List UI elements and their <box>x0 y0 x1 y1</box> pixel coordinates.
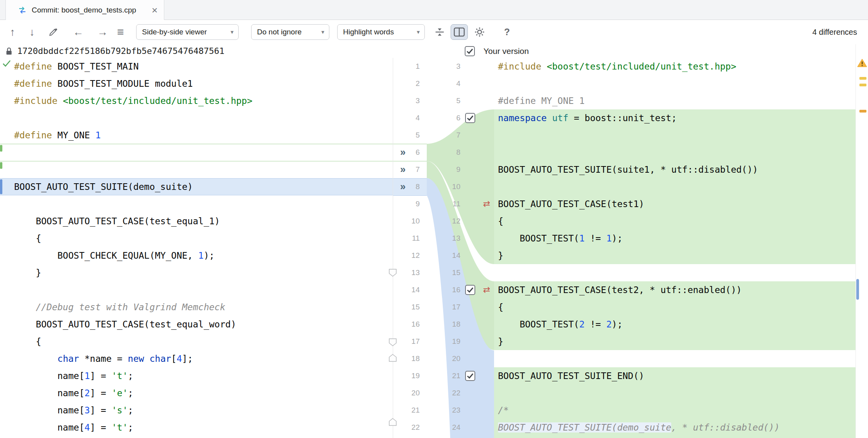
right-code-line-23[interactable]: /* <box>494 402 855 419</box>
left-code-line-20[interactable]: name[2] = 'e'; <box>0 384 393 402</box>
right-line-number-3: 3 <box>432 58 460 75</box>
previous-difference-button[interactable]: ↑ <box>6 25 19 39</box>
left-code-line-9[interactable] <box>0 195 393 213</box>
left-code-line-17[interactable]: { <box>0 333 393 350</box>
right-code-line-21[interactable]: BOOST_AUTO_TEST_SUITE_END() <box>494 367 855 384</box>
collapse-unchanged-button[interactable] <box>433 25 447 39</box>
left-code-line-10[interactable]: BOOST_AUTO_TEST_CASE(test_equal_1) <box>0 213 393 230</box>
inspections-ok-icon <box>2 59 11 70</box>
right-code-line-9[interactable]: BOOST_AUTO_TEST_SUITE(suite1, * utf::dis… <box>494 161 855 178</box>
right-code-line-18[interactable]: BOOST_TEST(2 != 2); <box>494 316 855 333</box>
right-code-line-14[interactable]: } <box>494 247 855 264</box>
left-line-number-19: 19 <box>402 367 420 384</box>
left-code-line-18[interactable]: char *name = new char[4]; <box>0 350 393 367</box>
right-code-line-8[interactable] <box>494 144 855 161</box>
editor-tab-bar: Commit: boost_demo_tests.cpp × <box>0 0 868 20</box>
left-code-line-16[interactable]: BOOST_AUTO_TEST_CASE(test_equal_word) <box>0 316 393 333</box>
right-code-line-13[interactable]: BOOST_TEST(1 != 1); <box>494 230 855 247</box>
help-button[interactable]: ? <box>501 25 513 39</box>
tab-title: Commit: boost_demo_tests.cpp <box>32 6 136 14</box>
gear-icon[interactable] <box>473 25 487 39</box>
right-code-pane[interactable]: #include <boost/test/included/unit_test.… <box>494 58 855 438</box>
include-change-checkbox-line-6[interactable] <box>465 113 475 123</box>
right-line-number-8: 8 <box>432 144 460 161</box>
left-code-line-1[interactable]: #define BOOST_TEST_MAIN <box>0 58 393 75</box>
next-difference-button[interactable]: ↓ <box>26 25 38 39</box>
left-code-line-7[interactable] <box>0 161 393 178</box>
forward-button[interactable]: → <box>96 25 109 39</box>
back-button[interactable]: ← <box>72 25 84 39</box>
right-code-line-19[interactable]: } <box>494 333 855 350</box>
left-code-line-13[interactable]: } <box>0 264 393 281</box>
right-code-line-6[interactable]: namespace utf = boost::unit_test; <box>494 109 855 127</box>
left-code-line-21[interactable]: name[3] = 's'; <box>0 402 393 419</box>
include-all-changes-checkbox[interactable] <box>465 46 475 56</box>
left-code-line-11[interactable]: { <box>0 230 393 247</box>
left-line-number-2: 2 <box>402 75 420 92</box>
left-line-number-9: 9 <box>402 195 420 213</box>
right-line-number-15: 15 <box>432 264 460 281</box>
left-code-line-3[interactable]: #include <boost/test/included/unit_test.… <box>0 92 393 109</box>
right-line-number-4: 4 <box>432 75 460 92</box>
ignore-policy-select[interactable]: Do not ignore ▾ <box>251 24 329 40</box>
right-code-line-10[interactable] <box>494 178 855 195</box>
right-line-number-24: 24 <box>432 419 460 436</box>
right-line-number-23: 23 <box>432 402 460 419</box>
right-code-line-16[interactable]: BOOST_AUTO_TEST_CASE(test2, * utf::enabl… <box>494 281 855 299</box>
editor-settings-menu-icon[interactable]: ≡ <box>114 25 127 39</box>
right-line-number-5: 5 <box>432 92 460 109</box>
right-code-line-15[interactable] <box>494 264 855 281</box>
right-code-line-3[interactable]: #include <boost/test/included/unit_test.… <box>494 58 855 75</box>
apply-change-chevron-line-6[interactable]: » <box>397 144 409 161</box>
tab-commit-diff[interactable]: Commit: boost_demo_tests.cpp × <box>5 0 164 20</box>
chevron-down-icon: ▾ <box>230 29 234 36</box>
warning-triangle-icon[interactable] <box>857 58 867 69</box>
include-change-checkbox-line-16[interactable] <box>465 285 475 295</box>
viewer-mode-select[interactable]: Side-by-side viewer ▾ <box>136 24 239 40</box>
left-code-line-8[interactable]: BOOST_AUTO_TEST_SUITE(demo_suite) <box>0 178 393 195</box>
left-code-line-2[interactable]: #define BOOST_TEST_MODULE module1 <box>0 75 393 92</box>
warning-stripe-mark[interactable] <box>859 77 866 80</box>
fold-marker <box>389 269 397 277</box>
apply-change-chevron-line-8[interactable]: » <box>397 178 409 195</box>
scrollbar-thumb[interactable] <box>856 279 859 300</box>
right-code-line-11[interactable]: BOOST_AUTO_TEST_CASE(test1) <box>494 195 855 213</box>
right-line-number-11: 11 <box>432 195 460 213</box>
right-code-line-5[interactable]: #define MY_ONE 1 <box>494 92 855 109</box>
right-code-line-20[interactable] <box>494 350 855 367</box>
right-line-number-22: 22 <box>432 384 460 402</box>
left-code-line-6[interactable] <box>0 144 393 161</box>
right-code-line-4[interactable] <box>494 75 855 92</box>
warning-stripe-mark[interactable] <box>859 84 866 86</box>
left-code-line-12[interactable]: BOOST_CHECK_EQUAL(MY_ONE, 1); <box>0 247 393 264</box>
diff-gutter: 1234567891011121314151617181920212234567… <box>393 58 494 438</box>
left-line-number-10: 10 <box>402 213 420 230</box>
left-line-number-16: 16 <box>402 316 420 333</box>
left-code-line-5[interactable]: #define MY_ONE 1 <box>0 127 393 144</box>
edit-source-button[interactable] <box>47 25 59 39</box>
replace-arrows-icon-line-16: ⇄ <box>480 281 493 299</box>
apply-change-chevron-line-7[interactable]: » <box>397 161 409 178</box>
right-code-line-17[interactable]: { <box>494 299 855 316</box>
highlight-mode-select[interactable]: Highlight words ▾ <box>337 24 425 40</box>
left-code-line-4[interactable] <box>0 109 393 127</box>
include-change-checkbox-line-21[interactable] <box>465 371 475 381</box>
left-code-pane[interactable]: #define BOOST_TEST_MAIN#define BOOST_TES… <box>0 58 393 438</box>
tab-close-icon[interactable]: × <box>152 5 158 15</box>
ignore-policy-label: Do not ignore <box>257 28 302 36</box>
warning-stripe-mark[interactable] <box>859 110 866 113</box>
diff-compare-icon <box>18 5 27 15</box>
error-stripe <box>855 44 868 438</box>
right-code-line-24[interactable]: BOOST_AUTO_TEST_SUITE(demo_suite, * utf:… <box>494 419 855 436</box>
lock-icon <box>5 47 13 55</box>
right-code-line-7[interactable] <box>494 127 855 144</box>
right-line-number-16: 16 <box>432 281 460 299</box>
right-code-line-22[interactable] <box>494 384 855 402</box>
side-by-side-layout-toggle[interactable] <box>451 24 468 40</box>
left-code-line-15[interactable]: //Debug test with Valgrind Memcheck <box>0 299 393 316</box>
fold-marker <box>389 418 397 426</box>
right-code-line-12[interactable]: { <box>494 213 855 230</box>
left-code-line-14[interactable] <box>0 281 393 299</box>
left-code-line-19[interactable]: name[1] = 't'; <box>0 367 393 384</box>
left-code-line-22[interactable]: name[4] = 't'; <box>0 419 393 436</box>
